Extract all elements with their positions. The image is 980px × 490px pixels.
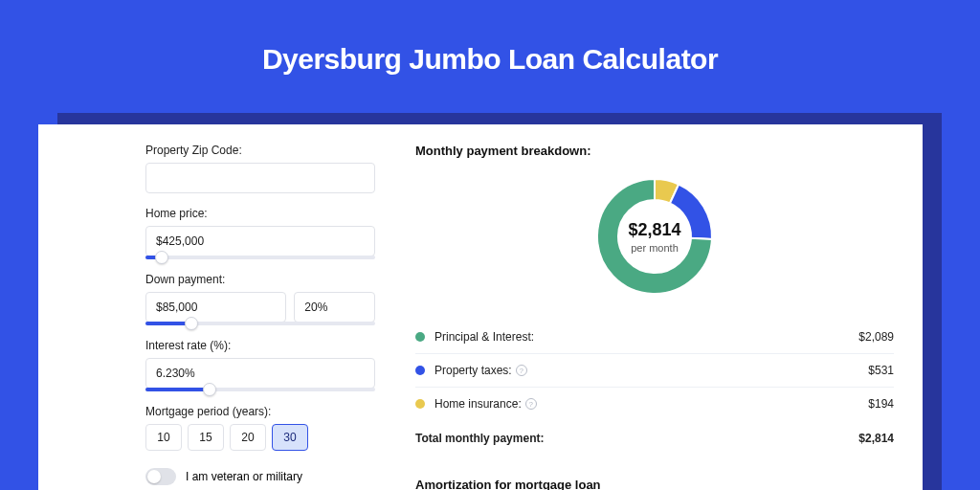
down-payment-group: Down payment: bbox=[145, 273, 375, 325]
legend-amount: $194 bbox=[868, 397, 894, 411]
legend-row: Property taxes:?$531 bbox=[415, 354, 894, 388]
veteran-toggle[interactable] bbox=[145, 468, 176, 485]
home-price-slider[interactable] bbox=[145, 256, 375, 259]
legend-label: Principal & Interest: bbox=[434, 330, 534, 344]
total-value: $2,814 bbox=[858, 432, 894, 445]
legend-row: Home insurance:?$194 bbox=[415, 388, 894, 420]
zip-input[interactable] bbox=[145, 163, 375, 193]
legend-color-dot bbox=[415, 366, 425, 375]
period-option-20[interactable]: 20 bbox=[230, 424, 266, 451]
legend-label: Property taxes: bbox=[434, 364, 512, 377]
breakdown-title: Monthly payment breakdown: bbox=[415, 144, 894, 158]
toggle-knob bbox=[147, 470, 161, 483]
rate-label: Interest rate (%): bbox=[145, 339, 375, 352]
donut-sub: per month bbox=[628, 242, 680, 254]
home-price-label: Home price: bbox=[145, 207, 375, 220]
legend-color-dot bbox=[415, 399, 425, 409]
results-column: Monthly payment breakdown: $2,814 per mo… bbox=[392, 124, 923, 490]
legend-amount: $531 bbox=[868, 364, 894, 377]
period-label: Mortgage period (years): bbox=[145, 405, 375, 418]
inputs-column: Property Zip Code: Home price: Down paym… bbox=[38, 124, 392, 490]
legend-amount: $2,089 bbox=[858, 330, 894, 344]
zip-label: Property Zip Code: bbox=[145, 144, 375, 157]
donut-chart: $2,814 per month bbox=[415, 169, 894, 303]
period-option-30[interactable]: 30 bbox=[272, 424, 308, 451]
rate-group: Interest rate (%): bbox=[145, 339, 375, 391]
down-payment-slider[interactable] bbox=[145, 322, 375, 325]
down-payment-input[interactable] bbox=[145, 292, 286, 323]
info-icon[interactable]: ? bbox=[516, 365, 527, 376]
veteran-label: I am veteran or military bbox=[186, 470, 302, 483]
legend-row: Principal & Interest:$2,089 bbox=[415, 321, 894, 354]
total-label: Total monthly payment: bbox=[415, 432, 544, 445]
period-option-15[interactable]: 15 bbox=[188, 424, 224, 451]
legend: Principal & Interest:$2,089Property taxe… bbox=[415, 321, 894, 420]
donut-center: $2,814 per month bbox=[628, 220, 680, 254]
rate-input[interactable] bbox=[145, 358, 375, 389]
legend-label: Home insurance: bbox=[434, 397, 522, 411]
down-payment-pct-input[interactable] bbox=[294, 292, 375, 323]
page-title: Dyersburg Jumbo Loan Calculator bbox=[0, 0, 980, 102]
down-payment-label: Down payment: bbox=[145, 273, 375, 286]
home-price-group: Home price: bbox=[145, 207, 375, 259]
veteran-row: I am veteran or military bbox=[145, 468, 375, 485]
calculator-panel: Property Zip Code: Home price: Down paym… bbox=[38, 124, 923, 490]
period-group: Mortgage period (years): 10152030 bbox=[145, 405, 375, 451]
period-option-10[interactable]: 10 bbox=[145, 424, 182, 451]
amortization-title: Amortization for mortgage loan bbox=[415, 478, 894, 490]
total-row: Total monthly payment: $2,814 bbox=[415, 420, 894, 455]
period-row: 10152030 bbox=[145, 424, 375, 451]
zip-field-group: Property Zip Code: bbox=[145, 144, 375, 193]
rate-slider[interactable] bbox=[145, 388, 375, 391]
donut-amount: $2,814 bbox=[628, 220, 680, 240]
legend-color-dot bbox=[415, 332, 425, 342]
home-price-input[interactable] bbox=[145, 226, 375, 256]
info-icon[interactable]: ? bbox=[525, 398, 537, 410]
